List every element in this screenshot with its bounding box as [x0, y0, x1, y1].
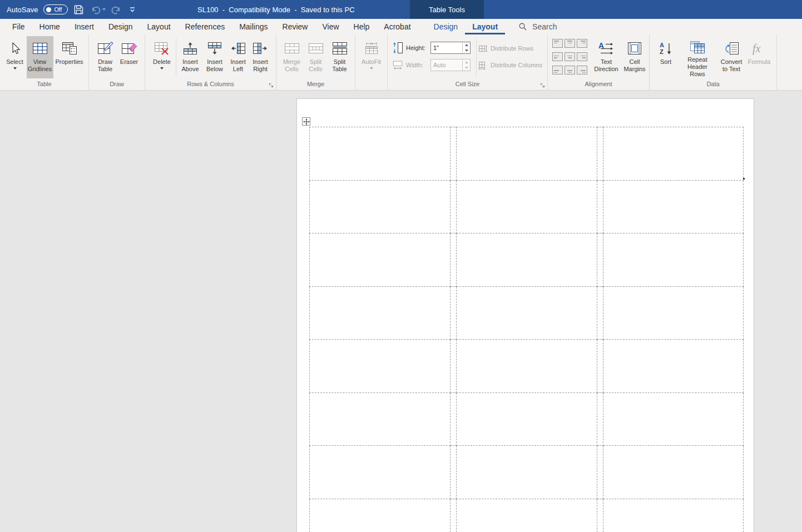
label-cell[interactable] [310, 180, 450, 233]
align-center-right-button[interactable] [577, 52, 587, 61]
table-row[interactable] [310, 499, 744, 532]
insert-above-button[interactable]: Insert Above [178, 36, 202, 78]
tab-help[interactable]: Help [346, 19, 377, 34]
tab-file[interactable]: File [5, 19, 32, 34]
label-cell[interactable] [603, 180, 744, 233]
align-top-right-button[interactable] [577, 39, 587, 48]
gap-cell[interactable] [597, 127, 603, 181]
table-row[interactable] [310, 446, 744, 499]
label-cell[interactable] [310, 233, 450, 287]
autosave-toggle[interactable]: Off [43, 4, 68, 14]
table-row[interactable] [310, 127, 744, 181]
label-cell[interactable] [457, 392, 597, 446]
gap-cell[interactable] [597, 392, 603, 446]
tab-references[interactable]: References [178, 19, 232, 34]
label-cell[interactable] [310, 499, 450, 532]
gap-cell[interactable] [450, 499, 457, 532]
tab-view[interactable]: View [315, 19, 346, 34]
gap-cell[interactable] [597, 233, 603, 287]
text-direction-button[interactable]: A Text Direction [592, 36, 621, 78]
align-top-left-button[interactable] [552, 39, 563, 48]
gap-cell[interactable] [597, 499, 603, 532]
split-cells-button[interactable]: Split Cells [304, 36, 328, 78]
sort-button[interactable]: AZ Sort [654, 36, 678, 78]
align-bottom-center-button[interactable] [565, 66, 575, 74]
label-cell[interactable] [603, 127, 744, 181]
spin-up-icon[interactable] [463, 42, 470, 48]
gap-cell[interactable] [597, 446, 603, 499]
tab-home[interactable]: Home [32, 19, 67, 34]
label-cell[interactable] [603, 286, 744, 340]
cell-margins-button[interactable]: Cell Margins [621, 36, 648, 78]
label-cell[interactable] [603, 446, 744, 499]
insert-left-button[interactable]: Insert Left [227, 36, 249, 78]
insert-right-button[interactable]: Insert Right [249, 36, 271, 78]
align-top-center-button[interactable] [565, 39, 575, 48]
label-cell[interactable] [457, 446, 597, 499]
gap-cell[interactable] [450, 233, 457, 287]
tab-design[interactable]: Design [101, 19, 140, 34]
align-center-left-button[interactable] [552, 52, 563, 61]
properties-button[interactable]: Properties [53, 36, 86, 78]
formula-button[interactable]: fx Formula [746, 36, 773, 78]
tab-insert[interactable]: Insert [67, 19, 101, 34]
column-width-input[interactable] [431, 59, 462, 71]
tab-review[interactable]: Review [275, 19, 315, 34]
table-row[interactable] [310, 180, 744, 233]
autofit-button[interactable]: AutoFit [358, 36, 385, 78]
gap-cell[interactable] [597, 180, 603, 233]
table-row[interactable] [310, 392, 744, 446]
label-table[interactable] [309, 127, 744, 532]
select-button[interactable]: Select [3, 36, 27, 78]
label-cell[interactable] [457, 127, 597, 181]
undo-button[interactable] [90, 4, 106, 14]
view-gridlines-button[interactable]: View Gridlines [27, 36, 53, 78]
repeat-header-rows-button[interactable]: Repeat Header Rows [678, 36, 717, 78]
save-button[interactable] [73, 4, 84, 15]
gap-cell[interactable] [450, 446, 457, 499]
spin-down-icon[interactable] [463, 65, 470, 71]
insert-below-button[interactable]: Insert Below [202, 36, 227, 78]
label-cell[interactable] [603, 340, 744, 393]
spin-down-icon[interactable] [463, 48, 470, 53]
spin-up-icon[interactable] [463, 59, 470, 65]
label-cell[interactable] [310, 340, 450, 393]
align-bottom-right-button[interactable] [577, 66, 587, 74]
align-bottom-left-button[interactable] [552, 66, 563, 74]
tab-layout[interactable]: Layout [140, 19, 178, 34]
customize-quick-access-button[interactable] [128, 6, 137, 13]
document-canvas[interactable] [0, 91, 802, 532]
label-cell[interactable] [457, 499, 597, 532]
table-row[interactable] [310, 286, 744, 340]
gap-cell[interactable] [450, 286, 457, 340]
eraser-button[interactable]: Eraser [117, 36, 141, 78]
gap-cell[interactable] [597, 340, 603, 393]
redo-button[interactable] [111, 4, 122, 14]
label-cell[interactable] [457, 286, 597, 340]
label-cell[interactable] [457, 180, 597, 233]
table-row[interactable] [310, 340, 744, 393]
cell-size-dialog-launcher-icon[interactable] [540, 83, 546, 88]
draw-table-button[interactable]: Draw Table [93, 36, 117, 78]
gap-cell[interactable] [450, 127, 457, 181]
label-cell[interactable] [457, 233, 597, 287]
align-center-button[interactable] [565, 52, 575, 61]
distribute-columns-button[interactable]: Distribute Columns [478, 59, 542, 71]
gap-cell[interactable] [450, 340, 457, 393]
delete-button[interactable]: Delete [150, 36, 174, 78]
label-cell[interactable] [457, 340, 597, 393]
gap-cell[interactable] [450, 392, 457, 446]
rows-columns-dialog-launcher-icon[interactable] [269, 83, 274, 88]
document-page[interactable] [296, 98, 754, 532]
label-cell[interactable] [603, 392, 744, 446]
distribute-rows-button[interactable]: Distribute Rows [478, 43, 542, 54]
table-move-handle[interactable] [302, 117, 310, 126]
convert-to-text-button[interactable]: Convert to Text [717, 36, 746, 78]
tab-acrobat[interactable]: Acrobat [377, 19, 418, 34]
label-cell[interactable] [310, 392, 450, 446]
row-height-input[interactable] [431, 42, 462, 53]
tab-mailings[interactable]: Mailings [232, 19, 275, 34]
label-cell[interactable] [603, 233, 744, 287]
label-cell[interactable] [310, 127, 450, 181]
undo-dropdown-icon[interactable] [102, 8, 106, 11]
